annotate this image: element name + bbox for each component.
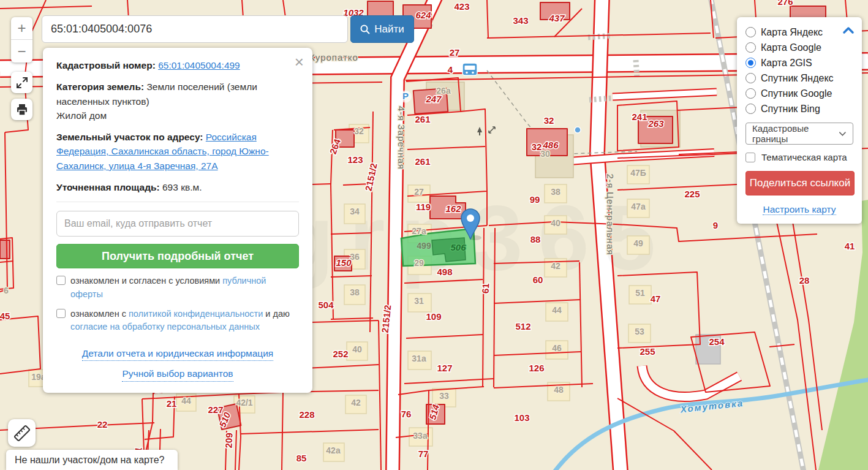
overlay-select[interactable]: Кадастровые границы bbox=[745, 123, 853, 145]
map-label: 47 bbox=[651, 294, 661, 304]
map-label: 9 bbox=[713, 220, 718, 230]
layer-option-label: Карта 2GIS bbox=[761, 58, 812, 69]
map-label: 624 bbox=[415, 10, 431, 20]
cadastral-number-link[interactable]: 65:01:0405004:499 bbox=[158, 60, 240, 70]
layer-option-label: Карта Google bbox=[761, 42, 821, 53]
map-label: 88 bbox=[530, 234, 541, 244]
zoom-in-button[interactable]: + bbox=[11, 17, 32, 40]
layer-radio-1[interactable] bbox=[745, 42, 756, 53]
layer-radio-2[interactable] bbox=[745, 58, 756, 68]
map-label: 53 bbox=[635, 327, 644, 336]
chevron-up-icon[interactable] bbox=[842, 26, 855, 37]
map-label: 26а bbox=[436, 86, 451, 96]
privacy-checkbox-text: ознакомлен с политикой конфиденциальност… bbox=[70, 308, 299, 335]
layer-radio-4[interactable] bbox=[745, 88, 756, 99]
zoom-out-button[interactable]: − bbox=[11, 40, 32, 63]
map-label: 4-я Заречная bbox=[396, 106, 407, 170]
map-label: 46 bbox=[552, 343, 562, 353]
map-label: 127 bbox=[437, 363, 452, 373]
layer-option-google-map[interactable]: Карта Google bbox=[745, 40, 853, 55]
map-label: 498 bbox=[437, 267, 452, 277]
report-details-link[interactable]: Детали отчета и юридическая информация bbox=[82, 346, 273, 361]
thematic-map-checkbox[interactable] bbox=[745, 153, 755, 162]
map-label: 31 bbox=[414, 296, 424, 306]
manual-choice-link[interactable]: Ручной выбор вариантов bbox=[122, 366, 233, 381]
map-label: 241 bbox=[632, 112, 647, 122]
map-label: 512 bbox=[515, 321, 530, 332]
address-row: Земельный участок по адресу: Российская … bbox=[56, 130, 299, 173]
map-label: 276 bbox=[777, 0, 793, 7]
privacy-checkbox[interactable] bbox=[56, 309, 66, 318]
map-label: 499 bbox=[417, 241, 431, 251]
map-label: 27 bbox=[450, 47, 460, 58]
map-label: 42 bbox=[551, 261, 560, 271]
ruler-icon bbox=[13, 424, 31, 442]
map-label: 40 bbox=[551, 218, 560, 228]
map-label: 38 bbox=[551, 187, 560, 197]
map-label: 42 bbox=[351, 398, 361, 407]
map-label: 119 bbox=[416, 202, 431, 212]
map-label: 30 bbox=[540, 149, 550, 159]
layer-option-yandex-map[interactable]: Карта Яндекс bbox=[745, 25, 853, 40]
map-label: 47а bbox=[631, 202, 646, 211]
search-button[interactable]: Найти bbox=[350, 15, 414, 43]
map-label: 4 bbox=[448, 64, 453, 75]
parcel-info-panel: × Кадастровый номер: 65:01:0405004:499 К… bbox=[43, 48, 312, 393]
map-label: 44 bbox=[181, 396, 191, 406]
get-report-button[interactable]: Получить подробный отчет bbox=[56, 244, 299, 268]
map-label: 263 bbox=[647, 118, 664, 129]
layer-radio-0[interactable] bbox=[745, 27, 756, 37]
measure-button[interactable] bbox=[8, 419, 36, 447]
layer-radio-5[interactable] bbox=[745, 104, 756, 114]
print-button[interactable] bbox=[11, 99, 32, 120]
map-label: 38 bbox=[350, 287, 360, 297]
map-label: 228 bbox=[299, 409, 314, 420]
layer-option-label: Спутник Bing bbox=[761, 104, 820, 115]
layer-option-label: Спутник Google bbox=[761, 88, 832, 99]
configure-map-link[interactable]: Настроить карту bbox=[763, 204, 836, 215]
layer-option-google-satellite[interactable]: Спутник Google bbox=[745, 86, 853, 101]
map-label: 99 bbox=[530, 194, 540, 205]
map-label: 29 bbox=[414, 258, 424, 268]
layer-option-yandex-satellite[interactable]: Спутник Яндекс bbox=[745, 70, 853, 86]
map-label: Куропатко bbox=[309, 52, 358, 63]
area-row: Уточненная площадь: 693 кв.м. bbox=[56, 180, 299, 194]
address-label: Земельный участок по адресу: bbox=[56, 132, 203, 142]
privacy-policy-link[interactable]: политикой конфиденциальности bbox=[129, 309, 263, 319]
close-icon[interactable]: × bbox=[295, 54, 304, 70]
map-label: 33 bbox=[439, 391, 449, 401]
map-label: 34 bbox=[350, 207, 360, 216]
map-label: 42а bbox=[326, 445, 341, 455]
map-label: 41 bbox=[845, 241, 855, 251]
land-category-row: Категория земель: Земли поселений (земли… bbox=[56, 80, 299, 123]
layer-option-bing-satellite[interactable]: Спутник Bing bbox=[745, 101, 853, 116]
not-found-bar[interactable]: Не нашли участок/дом на карте? bbox=[6, 450, 178, 470]
fullscreen-icon bbox=[15, 76, 29, 89]
fullscreen-button[interactable] bbox=[11, 72, 32, 93]
cadastral-number-label: Кадастровый номер: bbox=[56, 60, 156, 70]
area-value: 693 кв.м. bbox=[162, 182, 202, 192]
share-link-button[interactable]: Поделиться ссылкой bbox=[745, 171, 855, 195]
map-label: 126 bbox=[529, 363, 544, 373]
privacy-checkbox-row[interactable]: ознакомлен с политикой конфиденциальност… bbox=[56, 308, 299, 335]
offer-checkbox-row[interactable]: ознакомлен и согласен с условиями публич… bbox=[56, 275, 299, 301]
layer-option-2gis-map[interactable]: Карта 2GIS bbox=[745, 55, 853, 70]
map-label: 44 bbox=[552, 305, 562, 315]
layer-radio-3[interactable] bbox=[745, 73, 756, 83]
map-label: 261 bbox=[415, 114, 430, 124]
offer-checkbox[interactable] bbox=[56, 276, 66, 285]
not-found-text: Не нашли участок/дом на карте? bbox=[15, 455, 165, 465]
offer-checkbox-text: ознакомлен и согласен с условиями публич… bbox=[70, 275, 299, 301]
bus-stop-icon bbox=[462, 63, 477, 75]
map-label: 103 bbox=[514, 412, 529, 423]
search-input[interactable] bbox=[42, 15, 348, 43]
map-label: 33а bbox=[413, 431, 428, 441]
land-usage-value: Жилой дом bbox=[56, 110, 107, 121]
thematic-map-row[interactable]: Тематическая карта bbox=[745, 152, 853, 162]
map-label: 225 bbox=[684, 189, 700, 199]
email-field[interactable] bbox=[56, 211, 299, 237]
chevron-down-icon bbox=[839, 131, 847, 137]
map-label: 252 bbox=[333, 349, 348, 359]
personal-data-link[interactable]: согласие на обработку персональных данны… bbox=[70, 322, 260, 332]
map-label: 45 bbox=[0, 311, 10, 321]
